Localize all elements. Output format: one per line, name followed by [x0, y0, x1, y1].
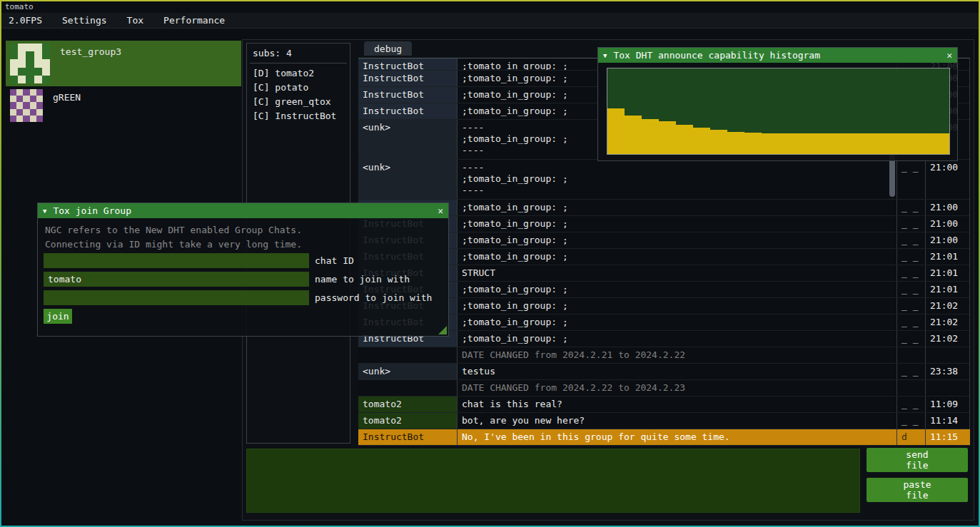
message-row[interactable]: InstructBotSTRUCT_ _21:01	[358, 265, 969, 282]
message-time: 21:01	[925, 265, 970, 281]
join-button[interactable]: join	[44, 309, 72, 324]
message-time: 21:01	[925, 282, 970, 297]
message-flags: _ _	[896, 314, 925, 330]
fps-counter: 2.0FPS	[9, 15, 52, 26]
sender-name: InstructBot	[358, 58, 457, 70]
menu-item-performance[interactable]: Performance	[153, 15, 235, 26]
join-field-row: name to join with	[44, 272, 432, 287]
message-row[interactable]: InstructBot;tomato_in_group: ;_ _21:00	[358, 200, 969, 216]
histogram-bar	[762, 133, 779, 154]
message-row[interactable]: InstructBot;tomato_in_group: ;_ _21:02	[358, 314, 969, 331]
histogram-bar	[710, 130, 727, 154]
message-flags: d	[896, 429, 925, 445]
message-flags: _ _	[896, 160, 925, 199]
join-window-titlebar[interactable]: ▼ Tox join Group ✕	[38, 203, 448, 218]
message-time: 21:00	[925, 232, 970, 248]
member-item[interactable]: [D] tomato2	[247, 66, 350, 81]
message-flags: _ _	[896, 249, 925, 265]
sender-name: tomato2	[358, 396, 457, 412]
message-flags: _ _	[896, 298, 925, 314]
app-content: tomato 2.0FPS SettingsToxPerformance tes…	[1, 1, 979, 526]
sender-name: InstructBot	[358, 103, 457, 119]
histogram-bar	[779, 133, 796, 154]
histogram-bar	[727, 132, 744, 154]
join-group-window: ▼ Tox join Group ✕ NGC refers to the New…	[37, 203, 449, 337]
resize-grip[interactable]	[438, 326, 447, 334]
close-icon[interactable]: ✕	[438, 205, 443, 216]
message-row[interactable]: InstructBot;tomato_in_group: ;_ _21:01	[358, 249, 969, 265]
message-time: 23:38	[925, 364, 970, 379]
menu-item-settings[interactable]: Settings	[52, 15, 117, 26]
histogram-window-titlebar[interactable]: ▼ Tox DHT announce capability histogram …	[598, 48, 957, 63]
paste-file-button[interactable]: paste file	[867, 478, 968, 502]
group-item-gREEN[interactable]: gREEN	[6, 86, 241, 125]
message-text: DATE CHANGED from 2024.2.22 to 2024.2.23	[457, 380, 896, 396]
app-window: tomato 2.0FPS SettingsToxPerformance tes…	[0, 0, 980, 527]
group-avatar	[10, 44, 50, 83]
histogram-window-title: Tox DHT announce capability histogram	[613, 50, 820, 61]
message-text: ;tomato_in_group: ;	[457, 331, 896, 347]
join-field-row: password to join with	[44, 290, 432, 305]
message-row[interactable]: InstructBot;tomato_in_group: ;_ _21:01	[358, 282, 969, 298]
histogram-bar	[847, 133, 864, 154]
menu-item-tox[interactable]: Tox	[117, 15, 153, 26]
histogram-bar	[898, 133, 915, 154]
group-item-test_group3[interactable]: test_group3	[6, 41, 241, 86]
collapse-arrow-icon[interactable]: ▼	[43, 208, 46, 215]
histogram-bar	[659, 121, 676, 154]
titlebar[interactable]: tomato	[1, 1, 979, 13]
close-icon[interactable]: ✕	[946, 50, 952, 61]
histogram-bar	[642, 119, 659, 154]
message-row[interactable]: InstructBot;tomato_in_group: ;_ _21:00	[358, 232, 969, 249]
message-flags	[896, 380, 925, 396]
send-file-button[interactable]: send file	[867, 448, 968, 472]
message-time	[925, 380, 970, 396]
tab-debug[interactable]: debug	[364, 41, 412, 56]
join-info-line1: NGC refers to the New DHT enabled Group …	[45, 225, 302, 235]
message-row[interactable]: tomato2bot, are you new here?_ _11:14	[358, 413, 969, 429]
histogram-plot[interactable]	[607, 68, 950, 155]
message-time: 11:15	[925, 429, 970, 445]
chat-ID-input[interactable]	[44, 253, 309, 268]
message-row[interactable]: tomato2chat is this real?_ _11:09	[358, 396, 969, 413]
message-time: 21:02	[925, 331, 970, 347]
message-time: 21:02	[925, 298, 970, 314]
message-row[interactable]: <unk>testus_ _23:38	[358, 364, 969, 380]
message-flags: _ _	[896, 216, 925, 232]
message-text: ;tomato_in_group: ;	[457, 298, 896, 314]
histogram-window: ▼ Tox DHT announce capability histogram …	[597, 47, 958, 161]
histogram-bar	[864, 133, 881, 154]
message-row[interactable]: InstructBot;tomato_in_group: ;_ _21:00	[358, 216, 969, 232]
message-flags	[896, 347, 925, 363]
password-to-join-with-input[interactable]	[44, 290, 309, 305]
message-row[interactable]: <unk>---- ;tomato_in_group: ; ----_ _21:…	[358, 160, 969, 200]
member-item[interactable]: [C] potato	[247, 81, 350, 95]
members-separator	[250, 63, 347, 63]
name-to-join-with-input[interactable]	[44, 272, 309, 287]
message-input[interactable]	[246, 449, 860, 513]
members-list: [D] tomato2[C] potato[C] green_qtox[C] I…	[247, 66, 350, 123]
histogram-bar	[812, 133, 829, 154]
join-info-line2: Connecting via ID might take a very long…	[45, 239, 302, 250]
sender-name	[358, 347, 457, 363]
join-fields: chat IDname to join withpassword to join…	[44, 253, 432, 309]
message-time: 21:02	[925, 314, 970, 330]
message-text: DATE CHANGED from 2024.2.21 to 2024.2.22	[457, 347, 896, 363]
message-row[interactable]: InstructBotNo, I've been in this group f…	[358, 429, 969, 446]
message-text: ;tomato_in_group: ;	[457, 216, 896, 232]
message-flags: _ _	[896, 232, 925, 248]
member-item[interactable]: [C] green_qtox	[247, 95, 350, 109]
message-text: ---- ;tomato_in_group: ; ----	[457, 160, 896, 199]
window-title: tomato	[5, 2, 34, 11]
message-row[interactable]: InstructBot;tomato_in_group: ;_ _21:02	[358, 331, 969, 347]
sender-name: <unk>	[358, 160, 457, 199]
sender-name: InstructBot	[358, 87, 457, 103]
menubar: 2.0FPS SettingsToxPerformance	[1, 13, 979, 29]
histogram-bar	[625, 116, 642, 154]
join-field-label: chat ID	[315, 255, 354, 266]
collapse-arrow-icon[interactable]: ▼	[603, 52, 607, 59]
message-row[interactable]: InstructBot;tomato_in_group: ;_ _21:02	[358, 298, 969, 314]
member-item[interactable]: [C] InstructBot	[247, 109, 350, 123]
message-time: 11:09	[925, 396, 970, 412]
histogram-bar	[881, 133, 898, 154]
